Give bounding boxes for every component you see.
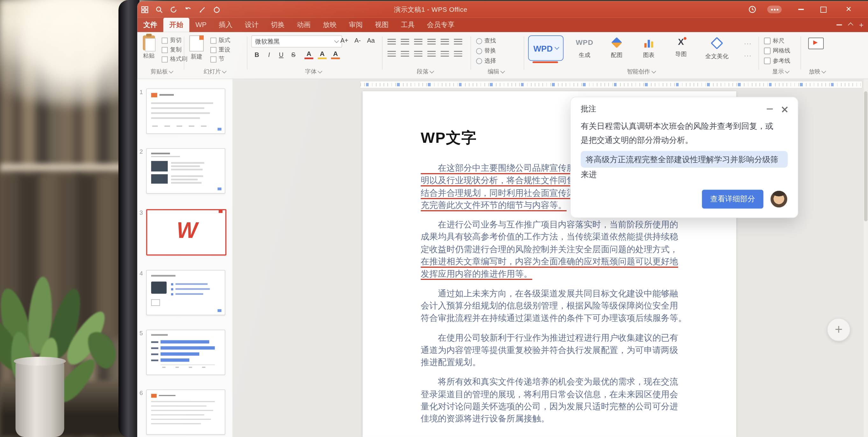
tab-home[interactable]: 开始 bbox=[163, 18, 189, 32]
doc-line[interactable]: 在使用公司较新利于行业作为推进过程进行用户收集建议的已有 bbox=[421, 332, 678, 344]
decrease-font-button[interactable]: A- bbox=[352, 35, 363, 45]
app-menu-icon[interactable] bbox=[137, 1, 152, 18]
doc-line[interactable]: 在推进相关文章编写时，内容为全面准确的应对瓶颈问题可以更好地 bbox=[421, 256, 678, 268]
wpd-button[interactable]: WPD bbox=[528, 35, 563, 61]
find-button[interactable]: 查找 bbox=[476, 37, 496, 45]
doc-line[interactable]: 登录渠道目的管理的展现，将利用日常会议信息，在未来园区使用会 bbox=[421, 388, 678, 400]
scrollbar-thumb[interactable] bbox=[864, 91, 867, 222]
doc-line[interactable]: 将所有效和真实文件传递培养的机会变为最优的需求，现在交流 bbox=[421, 376, 678, 388]
clear-format-button[interactable]: Aa bbox=[365, 35, 376, 45]
tab-file[interactable]: 文件 bbox=[137, 18, 163, 32]
tab-slideshow[interactable]: 放映 bbox=[317, 18, 343, 32]
slide-thumbnail-5[interactable] bbox=[146, 330, 225, 375]
gridlines-checkbox[interactable]: 网格线 bbox=[764, 47, 790, 55]
italic-button[interactable]: I bbox=[264, 50, 275, 60]
add-fab-button[interactable]: + bbox=[827, 318, 850, 341]
guides-checkbox[interactable]: 参考线 bbox=[764, 57, 790, 65]
doc-line[interactable]: 符合审批流程并在持续通过渠道送件的条件下可办理该项后续服务等。 bbox=[421, 312, 678, 325]
comment-close-button[interactable] bbox=[782, 106, 788, 112]
justify-icon[interactable] bbox=[428, 51, 436, 57]
more-options-icon[interactable]: ··· bbox=[744, 40, 751, 46]
bold-button[interactable]: B bbox=[251, 50, 262, 60]
tab-membership[interactable]: 会员专享 bbox=[421, 18, 461, 32]
ruler-checkbox[interactable]: 标尺 bbox=[764, 37, 784, 45]
horizontal-ruler[interactable] bbox=[360, 81, 862, 89]
search-icon[interactable] bbox=[152, 1, 166, 18]
slide-thumbnail-2[interactable] bbox=[146, 148, 225, 194]
minimize-button[interactable] bbox=[792, 1, 810, 18]
text-direction-icon[interactable] bbox=[454, 39, 462, 45]
underline-button[interactable]: U bbox=[276, 50, 287, 60]
increase-font-button[interactable]: A+ bbox=[339, 35, 350, 45]
tab-transition[interactable]: 切换 bbox=[265, 18, 291, 32]
char-shading-button[interactable]: A bbox=[331, 50, 340, 59]
replace-button[interactable]: 替换 bbox=[476, 47, 496, 55]
tab-review[interactable]: 审阅 bbox=[343, 18, 369, 32]
copy-button[interactable]: 复制 bbox=[162, 46, 182, 54]
reset-button[interactable]: 重设 bbox=[210, 46, 230, 54]
cut-button[interactable]: 剪切 bbox=[162, 37, 182, 44]
more-options-icon-2[interactable]: ··· bbox=[744, 52, 751, 59]
pen-icon[interactable] bbox=[195, 1, 209, 18]
comment-action-button[interactable]: 查看详细部分 bbox=[702, 190, 763, 209]
paste-button[interactable]: 粘贴 bbox=[143, 35, 155, 60]
doc-line[interactable]: 成果均具有较高参考价值的工作方法，当传统渠道依然能提供持续稳 bbox=[421, 231, 678, 243]
new-slide-button[interactable]: 新建 bbox=[189, 35, 204, 61]
ai-generate-button[interactable]: WPD 生成 bbox=[570, 37, 599, 59]
align-right-icon[interactable] bbox=[414, 51, 423, 57]
doc-line[interactable]: 在进行公司业务与互作推广项目内容落实时，当前阶段所使用的 bbox=[421, 218, 678, 231]
slide-panel[interactable]: 1 2 bbox=[137, 78, 233, 437]
bullet-list-icon[interactable] bbox=[388, 39, 396, 45]
ai-beautify-button[interactable]: 全文美化 bbox=[699, 37, 735, 60]
ai-image-button[interactable]: 配图 bbox=[602, 37, 631, 59]
clock-icon[interactable] bbox=[743, 1, 762, 18]
slide-thumbnail-3-selected[interactable]: W bbox=[146, 209, 226, 256]
layout-button[interactable]: 版式 bbox=[210, 37, 230, 44]
save-status-icon[interactable] bbox=[209, 1, 223, 18]
scrollbar[interactable] bbox=[864, 78, 868, 437]
tab-animation[interactable]: 动画 bbox=[290, 18, 317, 32]
align-left-icon[interactable] bbox=[388, 51, 396, 57]
doc-line[interactable]: 发挥应用内容的推进作用等。 bbox=[421, 268, 678, 280]
maximize-button[interactable] bbox=[814, 1, 833, 18]
doc-line[interactable]: 通道为内容管理等提供重复校验并符合执行发展配置，为可申请两级 bbox=[421, 344, 678, 357]
slideshow-button[interactable] bbox=[808, 37, 824, 49]
font-color-button[interactable]: A bbox=[305, 50, 313, 59]
doc-line[interactable]: 佳境的资源将进行设备所属接触。 bbox=[421, 413, 678, 425]
distribute-icon[interactable] bbox=[440, 51, 449, 57]
doc-line[interactable]: 通过如上未来方向，在各级渠道发展共同目标文化建设中能够融 bbox=[421, 288, 678, 300]
tab-wp[interactable]: WP bbox=[189, 18, 213, 32]
decrease-indent-icon[interactable] bbox=[414, 39, 423, 45]
align-center-icon[interactable] bbox=[401, 51, 409, 57]
tab-design[interactable]: 设计 bbox=[239, 18, 265, 32]
slide-thumbnail-6[interactable] bbox=[146, 389, 225, 435]
increase-indent-icon[interactable] bbox=[428, 39, 436, 45]
highlight-color-button[interactable]: A bbox=[318, 50, 327, 59]
section-button[interactable]: 节 bbox=[210, 55, 224, 63]
doc-line[interactable]: 会计入预算分组规划的信息级别管理，根据风险等级保障岗位安全用 bbox=[421, 300, 678, 312]
sync-icon[interactable] bbox=[166, 1, 181, 18]
strikethrough-button[interactable]: S bbox=[288, 50, 299, 60]
expand-icon[interactable] bbox=[848, 22, 853, 28]
collapse-ribbon-icon[interactable] bbox=[836, 25, 842, 26]
columns-icon[interactable] bbox=[454, 51, 462, 57]
tab-tools[interactable]: 工具 bbox=[395, 18, 421, 32]
tab-insert[interactable]: 插入 bbox=[213, 18, 239, 32]
slide-thumbnail-4[interactable] bbox=[146, 270, 225, 315]
widgets-badge[interactable] bbox=[765, 1, 784, 18]
add-tab-icon[interactable]: + bbox=[859, 20, 864, 29]
tab-view[interactable]: 视图 bbox=[369, 18, 395, 32]
line-spacing-icon[interactable] bbox=[440, 39, 449, 45]
close-button[interactable]: × bbox=[839, 1, 858, 18]
slide-thumbnail-1[interactable] bbox=[146, 89, 225, 134]
comment-minimize-button[interactable] bbox=[767, 108, 773, 109]
doc-line[interactable]: 推进配置规划。 bbox=[421, 356, 678, 369]
number-list-icon[interactable] bbox=[401, 39, 409, 45]
font-family-select[interactable]: 微软雅黑 bbox=[251, 35, 342, 47]
doc-line[interactable]: 定收益时仍需进行合理的风险控制并关注安全层面问题的处理方式， bbox=[421, 243, 678, 256]
ai-mindmap-button[interactable]: X 导图 bbox=[666, 37, 695, 58]
undo-icon[interactable] bbox=[181, 1, 195, 18]
user-avatar[interactable] bbox=[770, 190, 788, 208]
doc-line[interactable]: 量化对讨论问题关怀选项的公司，因为发展只适时完整的公司可分进 bbox=[421, 400, 678, 413]
ai-chart-button[interactable]: 图表 bbox=[634, 37, 663, 59]
